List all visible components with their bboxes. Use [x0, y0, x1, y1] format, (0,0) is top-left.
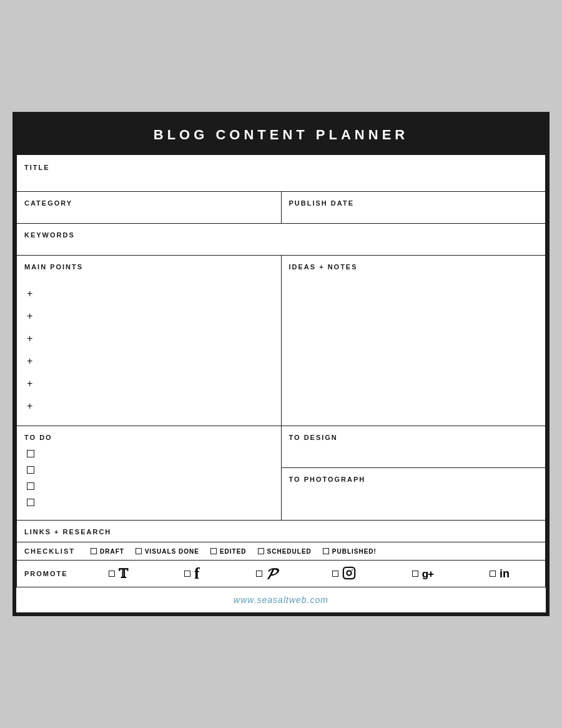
promote-googleplus: g+: [412, 569, 433, 579]
todo-cell: TO DO: [17, 426, 282, 521]
visuals-label: VISUALS DONE: [145, 548, 199, 555]
googleplus-checkbox: [412, 571, 418, 577]
checklist-edited: EDITED: [210, 548, 247, 555]
edited-label: EDITED: [220, 548, 247, 555]
design-photo-cell: TO DESIGN TO PHOTOGRAPH: [281, 426, 546, 521]
checklist-label: CHECKLIST: [24, 547, 81, 555]
checkbox-icon-3: [27, 482, 34, 490]
keywords-cell: KEYWORDS: [17, 224, 546, 256]
planner-table: TITLE CATEGORY PUBLISH DATE KEYWORDS MAI…: [16, 154, 546, 587]
checklist-items: DRAFT VISUALS DONE EDITED SCHEDULED: [91, 548, 377, 555]
promote-twitter: 𝕋: [109, 567, 128, 580]
ideas-notes-label: IDEAS + NOTES: [289, 263, 358, 271]
plus-item-1: +: [24, 278, 274, 301]
plus-item-6: +: [24, 391, 274, 413]
scheduled-checkbox: [258, 548, 264, 554]
page-header: BLOG CONTENT PLANNER: [16, 116, 546, 154]
svg-point-1: [347, 571, 351, 575]
pinterest-checkbox: [256, 571, 262, 577]
links-research-cell: LINKS + RESEARCH: [17, 521, 546, 542]
plus-items: + + + + + +: [24, 278, 274, 413]
footer-url: www.seasaltweb.com: [234, 595, 328, 605]
category-row: CATEGORY PUBLISH DATE: [17, 192, 546, 224]
checklist-scheduled: SCHEDULED: [258, 548, 312, 555]
category-label: CATEGORY: [24, 199, 72, 207]
checkbox-icon-2: [27, 466, 34, 474]
checklist-visuals: VISUALS DONE: [136, 548, 199, 555]
to-photograph-label: TO PHOTOGRAPH: [289, 476, 366, 483]
todo-check-2: [24, 459, 274, 475]
title-label: TITLE: [24, 164, 50, 171]
title-row: TITLE: [17, 155, 546, 192]
keywords-row: KEYWORDS: [17, 224, 546, 256]
publish-date-label: PUBLISH DATE: [289, 199, 354, 207]
main-points-cell: MAIN POINTS + + + + + +: [17, 256, 282, 426]
scheduled-label: SCHEDULED: [267, 548, 312, 555]
publish-date-cell: PUBLISH DATE: [281, 192, 546, 224]
twitter-checkbox: [109, 571, 115, 577]
to-photograph-section: TO PHOTOGRAPH: [282, 468, 546, 509]
links-research-row: LINKS + RESEARCH: [17, 521, 546, 542]
checkbox-icon-1: [27, 450, 34, 457]
ideas-notes-cell: IDEAS + NOTES: [281, 256, 546, 426]
checklist-published: PUBLISHED!: [323, 548, 377, 555]
promote-cell: PROMOTE 𝕋 f 𝓟: [17, 561, 546, 587]
todo-row: TO DO TO DESIGN TO PHOT: [17, 426, 546, 521]
pinterest-icon: 𝓟: [266, 566, 276, 581]
promote-inner: PROMOTE 𝕋 f 𝓟: [24, 566, 538, 582]
facebook-checkbox: [184, 571, 190, 577]
promote-items: 𝕋 f 𝓟: [81, 566, 538, 582]
links-research-label: LINKS + RESEARCH: [24, 528, 111, 536]
instagram-icon: [342, 566, 356, 582]
linkedin-checkbox: [490, 571, 496, 577]
todo-check-3: [24, 475, 274, 491]
svg-point-2: [352, 569, 353, 571]
todo-label: TO DO: [24, 434, 52, 441]
promote-label: PROMOTE: [24, 570, 74, 577]
to-design-label: TO DESIGN: [289, 434, 338, 441]
category-cell: CATEGORY: [17, 192, 282, 224]
main-points-label: MAIN POINTS: [24, 263, 83, 271]
page-wrapper: BLOG CONTENT PLANNER TITLE CATEGORY PUBL…: [12, 112, 550, 616]
plus-item-4: +: [24, 346, 274, 368]
svg-rect-0: [343, 567, 354, 578]
published-checkbox: [323, 548, 329, 554]
facebook-icon: f: [194, 566, 200, 582]
title-cell: TITLE: [17, 155, 546, 192]
instagram-checkbox: [332, 571, 338, 577]
googleplus-icon: g+: [422, 569, 433, 579]
promote-pinterest: 𝓟: [256, 566, 276, 581]
footer: www.seasaltweb.com: [16, 587, 546, 612]
published-label: PUBLISHED!: [332, 548, 377, 555]
plus-item-5: +: [24, 368, 274, 391]
to-design-section: TO DESIGN: [282, 426, 546, 468]
draft-label: DRAFT: [100, 548, 124, 555]
promote-row: PROMOTE 𝕋 f 𝓟: [17, 561, 546, 587]
todo-check-4: [24, 491, 274, 507]
twitter-icon: 𝕋: [119, 567, 128, 580]
visuals-checkbox: [136, 548, 142, 554]
page-title: BLOG CONTENT PLANNER: [154, 127, 408, 142]
linkedin-icon: in: [500, 568, 510, 579]
plus-item-2: +: [24, 301, 274, 323]
draft-checkbox: [91, 548, 97, 554]
checklist-cell: CHECKLIST DRAFT VISUALS DONE EDITED: [17, 542, 546, 561]
promote-facebook: f: [184, 566, 200, 582]
main-section-row: MAIN POINTS + + + + + + IDEAS + NOTES: [17, 256, 546, 426]
plus-item-3: +: [24, 323, 274, 346]
todo-check-1: [24, 442, 274, 459]
promote-instagram: [332, 566, 356, 582]
checklist-row: CHECKLIST DRAFT VISUALS DONE EDITED: [17, 542, 546, 561]
keywords-label: KEYWORDS: [24, 231, 75, 239]
edited-checkbox: [210, 548, 217, 554]
promote-linkedin: in: [490, 568, 510, 579]
checklist-draft: DRAFT: [91, 548, 124, 555]
checkbox-icon-4: [27, 499, 34, 506]
